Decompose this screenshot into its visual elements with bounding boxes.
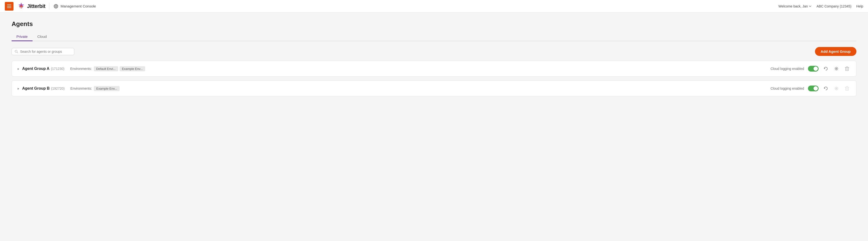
- top-navigation: Jitterbit Management Console Welcome bac…: [0, 0, 868, 12]
- group-b-env-label: Environments:: [70, 87, 92, 90]
- group-b-settings-icon: [833, 85, 840, 92]
- agent-tabs: Private Cloud: [11, 33, 857, 41]
- expand-icon-group-a[interactable]: ▸: [18, 67, 19, 71]
- agent-group-card: ▸ Agent Group B (192720) Environments: E…: [11, 80, 857, 96]
- tab-private[interactable]: Private: [11, 33, 33, 41]
- hamburger-icon: [7, 5, 11, 8]
- group-a-id: (171230): [51, 67, 64, 71]
- agent-group-card: ▸ Agent Group A (171230) Environments: D…: [11, 61, 857, 77]
- console-text: Management Console: [61, 4, 96, 8]
- group-a-settings-icon[interactable]: [833, 65, 840, 72]
- add-agent-group-button[interactable]: Add Agent Group: [815, 47, 857, 56]
- group-b-env-tag-1: Example Env...: [94, 86, 119, 91]
- svg-point-12: [836, 88, 837, 89]
- svg-point-9: [836, 68, 837, 69]
- group-a-name: Agent Group A: [22, 67, 50, 71]
- group-b-cloud-logging-toggle[interactable]: [808, 85, 818, 91]
- group-a-delete-icon[interactable]: [844, 65, 850, 72]
- chevron-down-icon: [809, 5, 812, 8]
- group-a-env-tag-2: Example Env...: [120, 66, 145, 71]
- help-link[interactable]: Help: [856, 4, 863, 8]
- tab-cloud[interactable]: Cloud: [33, 33, 52, 41]
- group-a-controls: Cloud logging enabled: [771, 65, 850, 72]
- toggle-thumb: [813, 67, 818, 71]
- main-content: Agents Private Cloud Add Agent Group ▸ A…: [0, 12, 868, 108]
- topnav-right: Welcome back, Jan ABC Company (12345) He…: [779, 4, 863, 8]
- nav-divider: [49, 3, 50, 10]
- svg-line-8: [17, 52, 18, 53]
- group-a-cloud-logging-label: Cloud logging enabled: [771, 67, 804, 71]
- group-a-env-label: Environments:: [70, 67, 92, 71]
- agent-groups-list: ▸ Agent Group A (171230) Environments: D…: [11, 61, 857, 96]
- group-a-env-tag-1: Default Envi...: [94, 66, 118, 71]
- group-b-id: (192720): [51, 87, 65, 90]
- expand-icon-group-b[interactable]: ▸: [18, 87, 19, 90]
- group-b-name: Agent Group B: [22, 86, 50, 91]
- group-a-cloud-logging-toggle[interactable]: [808, 66, 818, 72]
- group-b-cloud-logging-label: Cloud logging enabled: [771, 87, 804, 90]
- welcome-dropdown[interactable]: Welcome back, Jan: [779, 4, 812, 8]
- group-a-refresh-icon[interactable]: [823, 65, 829, 72]
- search-icon: [15, 49, 18, 54]
- company-selector[interactable]: ABC Company (12345): [816, 4, 851, 8]
- group-b-controls: Cloud logging enabled: [771, 85, 850, 92]
- svg-rect-1: [19, 6, 23, 7]
- toggle-thumb: [813, 86, 818, 91]
- console-label-area: Management Console: [53, 4, 96, 9]
- page-title: Agents: [11, 20, 857, 28]
- toolbar: Add Agent Group: [11, 47, 857, 56]
- globe-icon: [53, 4, 59, 9]
- jitterbit-logo-icon: [18, 2, 25, 10]
- search-box[interactable]: [11, 48, 74, 55]
- logo-link[interactable]: Jitterbit: [18, 2, 45, 10]
- logo-text: Jitterbit: [27, 3, 45, 9]
- group-b-delete-icon: [844, 85, 850, 92]
- search-input[interactable]: [20, 49, 71, 54]
- hamburger-menu-button[interactable]: [5, 2, 13, 11]
- group-b-refresh-icon[interactable]: [823, 85, 829, 92]
